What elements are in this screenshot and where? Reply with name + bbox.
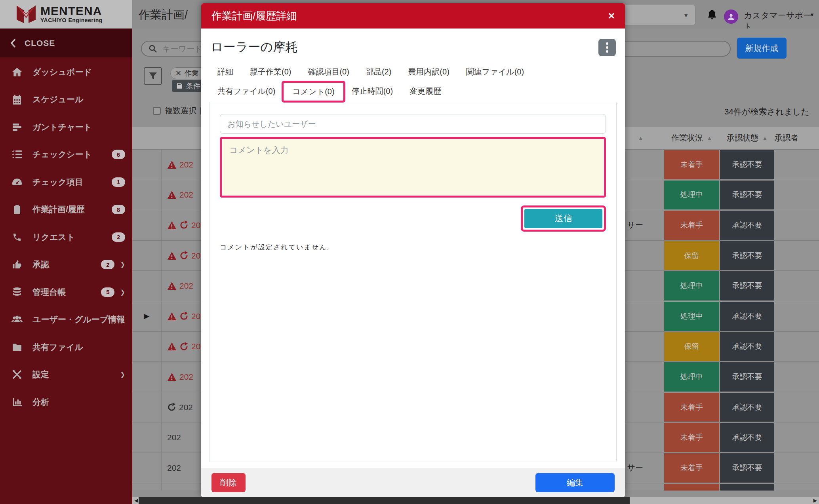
detail-modal: 作業計画/履歴詳細 × ローラーの摩耗 詳細親子作業(0)確認項目(0)部品(2…: [201, 3, 625, 497]
chevron-down-icon: ▼: [683, 12, 689, 19]
user-avatar[interactable]: [724, 10, 738, 24]
tab-変更履歴[interactable]: 変更履歴: [401, 82, 449, 102]
work-date: 202: [179, 372, 193, 382]
header-dropdown[interactable]: ▼: [618, 5, 695, 25]
approval-badge: 承認不要: [720, 484, 774, 491]
send-button[interactable]: 送信: [524, 209, 602, 228]
comment-input[interactable]: [222, 139, 604, 195]
search-placeholder: キーワード: [162, 44, 202, 54]
tab-確認項目[interactable]: 確認項目(0): [299, 63, 357, 82]
tab-停止時間[interactable]: 停止時間(0): [343, 82, 401, 102]
warning-icon: [167, 281, 177, 290]
sidebar-close-button[interactable]: CLOSE: [0, 29, 132, 57]
horizontal-scrollbar[interactable]: ◀ ▶: [132, 497, 819, 504]
status-badge: 処理中: [664, 181, 719, 210]
tab-関連ファイル[interactable]: 関連ファイル(0): [458, 63, 532, 82]
repeat-icon: [179, 251, 189, 260]
multi-select-checkbox[interactable]: [153, 107, 161, 115]
scroll-right-icon[interactable]: ▶: [813, 498, 817, 503]
sidebar-item-label: 設定: [32, 369, 49, 380]
count-badge: 6: [112, 150, 125, 159]
sidebar-item-gauge[interactable]: チェック項目 1: [0, 168, 132, 196]
chevron-right-icon: ❯: [120, 289, 125, 296]
filter-button[interactable]: [144, 67, 162, 85]
status-badge: 処理中: [664, 271, 719, 300]
modal-footer: 削除 編集: [201, 468, 625, 497]
approval-badge: 承認不要: [720, 271, 774, 300]
modal-tabs: 詳細親子作業(0)確認項目(0)部品(2)費用内訳(0)関連ファイル(0) 共有…: [209, 63, 617, 102]
delete-button[interactable]: 削除: [211, 473, 246, 492]
sidebar-menu: ダッシュボード スケジュール ガントチャート チェックシート 6 チェック項目 …: [0, 57, 132, 416]
work-date: 202: [179, 190, 193, 200]
sidebar-item-label: 分析: [32, 397, 49, 408]
sidebar-item-home[interactable]: ダッシュボード: [0, 58, 132, 86]
create-new-button[interactable]: 新規作成: [737, 38, 787, 59]
screen: MENTENA YACHIYO Engineering 作業計画/ ▼ カスタマ…: [0, 0, 819, 504]
annotation-active-tab: [282, 81, 345, 103]
user-menu-caret-icon[interactable]: ▼: [809, 12, 815, 18]
tab-部品[interactable]: 部品(2): [358, 63, 400, 82]
edit-button[interactable]: 編集: [535, 473, 615, 492]
scroll-left-icon[interactable]: ◀: [134, 498, 138, 503]
sidebar-item-clipboard[interactable]: 作業計画/履歴 8: [0, 196, 132, 224]
modal-kebab-menu-icon[interactable]: [598, 39, 616, 56]
sidebar-item-gantt[interactable]: ガントチャート: [0, 113, 132, 141]
tab-詳細[interactable]: 詳細: [209, 63, 242, 82]
sidebar-item-database[interactable]: 管理台帳 5 ❯: [0, 278, 132, 306]
modal-close-icon[interactable]: ×: [608, 10, 615, 21]
warning-icon: [167, 160, 177, 169]
sidebar-item-checksheet[interactable]: チェックシート 6: [0, 141, 132, 169]
status-badge: 保留: [664, 332, 719, 361]
mentena-logo-icon: [16, 5, 36, 24]
approval-badge: 承認不要: [720, 453, 774, 483]
sidebar-item-label: ユーザー・グループ情報: [32, 314, 125, 325]
warning-icon: [167, 221, 177, 230]
sort-asc-icon: ▲: [638, 135, 643, 141]
partial-assignee-text: サー: [627, 220, 643, 230]
work-date: 202: [179, 160, 193, 169]
sidebar-item-label: チェックシート: [32, 149, 92, 160]
sidebar-item-chart[interactable]: 分析: [0, 388, 132, 416]
sidebar-item-calendar[interactable]: スケジュール: [0, 86, 132, 114]
sidebar-item-users[interactable]: ユーザー・グループ情報: [0, 306, 132, 334]
tab-共有ファイル[interactable]: 共有ファイル(0): [209, 82, 284, 102]
close-icon: ✕: [175, 69, 181, 78]
funnel-icon: [148, 71, 158, 81]
calendar-icon: [10, 94, 24, 105]
partial-assignee-text: サー: [627, 462, 643, 473]
tab-コメント[interactable]: コメント(0): [284, 82, 343, 102]
gauge-icon: [10, 177, 24, 187]
approval-column-header[interactable]: 承認状態▲: [720, 132, 775, 144]
tab-親子作業[interactable]: 親子作業(0): [242, 63, 299, 82]
sidebar-item-tools[interactable]: 設定 ❯: [0, 361, 132, 389]
repeat-icon: [179, 221, 189, 230]
search-icon: [148, 44, 158, 53]
scrollbar-thumb[interactable]: [139, 497, 630, 504]
sidebar-item-label: チェック項目: [32, 177, 83, 188]
status-column-header[interactable]: 作業状況▲: [664, 132, 720, 144]
approval-badge: 承認不要: [720, 241, 774, 270]
count-badge: 2: [101, 260, 114, 269]
tab-費用内訳[interactable]: 費用内訳(0): [400, 63, 457, 82]
expand-row-icon[interactable]: ▶: [144, 312, 149, 320]
work-date: 202: [179, 403, 193, 412]
gantt-icon: [10, 122, 24, 132]
notifications-bell-icon[interactable]: [706, 9, 718, 22]
sidebar-item-phone[interactable]: リクエスト 2: [0, 223, 132, 251]
multi-select-row: 複数選択: [153, 105, 208, 116]
sidebar-item-folder[interactable]: 共有ファイル: [0, 333, 132, 361]
notify-users-input[interactable]: [220, 114, 606, 134]
sidebar-item-thumbsup[interactable]: 承認 2 ❯: [0, 251, 132, 279]
sidebar-item-label: スケジュール: [32, 94, 83, 105]
count-badge: 2: [112, 232, 125, 242]
modal-title: 作業計画/履歴詳細: [211, 9, 297, 23]
modal-body: ローラーの摩耗 詳細親子作業(0)確認項目(0)部品(2)費用内訳(0)関連ファ…: [201, 29, 625, 462]
approver-column-header[interactable]: 承認者: [775, 133, 819, 143]
warning-icon: [167, 373, 177, 381]
repeat-icon: [179, 312, 189, 321]
warning-icon: [167, 190, 177, 199]
brand-text: MENTENA YACHIYO Engineering: [40, 5, 103, 23]
page-title: 作業計画/: [139, 7, 188, 23]
brand-logo[interactable]: MENTENA YACHIYO Engineering: [0, 0, 132, 29]
approval-badge: 承認不要: [720, 150, 774, 179]
